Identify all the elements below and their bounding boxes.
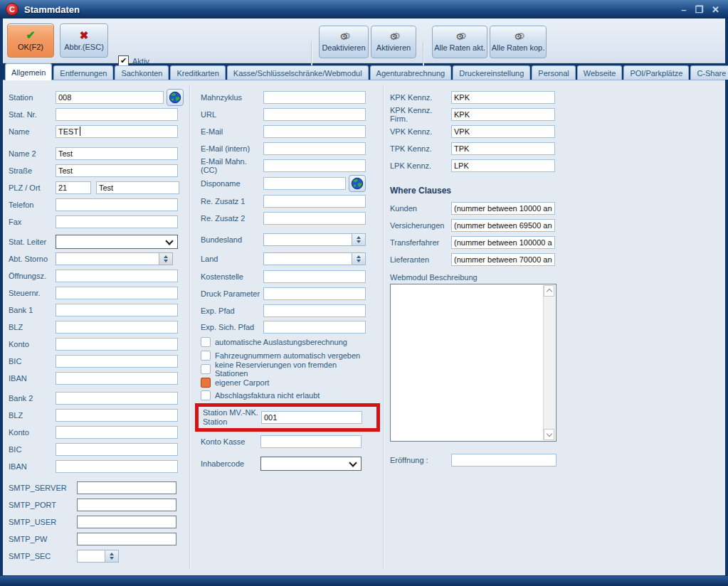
maximize-icon[interactable]: ❐ — [695, 4, 703, 15]
bundesland-input[interactable] — [263, 233, 352, 246]
iban2-input[interactable] — [56, 460, 178, 473]
kpk-firm-input[interactable] — [451, 108, 555, 121]
checkbox-reservierungen[interactable] — [201, 364, 211, 374]
strasse-input[interactable] — [56, 164, 178, 177]
station-input[interactable] — [56, 91, 164, 104]
smtp-sec-input[interactable] — [77, 550, 105, 563]
smtp-server-input[interactable] — [77, 481, 176, 494]
re-zusatz2-input[interactable] — [263, 212, 366, 225]
blz2-input[interactable] — [56, 409, 178, 422]
transferfahrer-label: Transferfahrer — [390, 238, 451, 247]
tab-c-share[interactable]: C-Share — [690, 65, 728, 80]
tab-personal[interactable]: Personal — [532, 65, 575, 80]
steuernr-input[interactable] — [56, 287, 178, 299]
tab-kreditkarten[interactable]: Kreditkarten — [170, 65, 225, 80]
kostenstelle-input[interactable] — [263, 270, 366, 283]
email-input[interactable] — [263, 125, 366, 138]
exp-pfad-input[interactable] — [263, 304, 366, 317]
tab-kasse-webmodul[interactable]: Kasse/Schlüsselschränke/Webmodul — [227, 65, 369, 80]
tab-webseite[interactable]: Webseite — [577, 65, 623, 80]
lieferanten-input[interactable] — [451, 253, 555, 266]
ok-button[interactable]: ✔ OK(F2) — [7, 23, 54, 58]
land-input[interactable] — [263, 252, 352, 265]
scrollbar[interactable] — [543, 285, 555, 440]
column-separator — [383, 85, 384, 570]
checkbox-auslastung[interactable] — [201, 337, 211, 347]
aktivieren-button[interactable]: ⚙ Aktivieren — [371, 26, 416, 58]
stat-nr-input[interactable] — [56, 108, 178, 121]
smtp-user-input[interactable] — [77, 516, 176, 528]
blz2-row: BLZ — [9, 407, 188, 424]
alle-raten-kop-button[interactable]: ⚙ Alle Raten kop. — [490, 26, 547, 58]
ort-input[interactable] — [96, 181, 179, 194]
close-icon[interactable]: ✕ — [712, 4, 719, 15]
stat-leiter-select[interactable] — [56, 235, 178, 249]
email-mahn-cc-input[interactable] — [263, 159, 366, 172]
mahnzyklus-input[interactable] — [263, 91, 366, 104]
tpk-input[interactable] — [451, 142, 555, 155]
station-mv-input[interactable] — [261, 411, 362, 424]
kpk-input[interactable] — [451, 91, 555, 104]
spinner-buttons[interactable] — [352, 252, 366, 265]
transferfahrer-input[interactable] — [451, 236, 555, 249]
scroll-up-icon[interactable] — [544, 285, 554, 297]
disponame-input[interactable] — [263, 177, 346, 190]
exp-sich-pfad-input[interactable] — [263, 321, 366, 334]
tab-druckereinstellung[interactable]: Druckereinstellung — [453, 65, 530, 80]
vpk-input[interactable] — [451, 125, 555, 138]
versicherungen-input[interactable] — [451, 219, 555, 232]
lpk-input[interactable] — [451, 159, 555, 172]
konto1-input[interactable] — [56, 338, 178, 351]
tab-entfernungen[interactable]: Entfernungen — [53, 65, 113, 80]
name-input[interactable] — [56, 125, 178, 138]
abt-storno-row: Abt. Storno — [9, 250, 188, 267]
scroll-down-icon[interactable] — [544, 429, 554, 440]
kpk-row: KPK Kennz. — [390, 89, 565, 106]
gear-icon: ⚙ — [455, 32, 464, 41]
deaktivieren-button[interactable]: ⚙ Deaktivieren — [319, 26, 369, 58]
checkbox-carport[interactable] — [201, 378, 211, 388]
email-intern-input[interactable] — [263, 142, 366, 155]
re-zusatz1-row: Re. Zusatz 1 — [201, 193, 371, 210]
spinner-buttons[interactable] — [105, 550, 119, 563]
bic1-input[interactable] — [56, 355, 178, 368]
telefon-input[interactable] — [56, 198, 178, 211]
bic2-input[interactable] — [56, 443, 178, 456]
oeffnungsz-input[interactable] — [56, 270, 178, 282]
kunden-input[interactable] — [451, 202, 555, 215]
cancel-button[interactable]: ✖ Abbr.(ESC) — [60, 23, 108, 58]
minimize-icon[interactable]: – — [681, 4, 686, 15]
smtp-server-row: SMTP_SERVER — [9, 479, 188, 496]
konto2-input[interactable] — [56, 426, 178, 439]
re-zusatz1-input[interactable] — [263, 195, 366, 208]
plz-input[interactable] — [56, 181, 91, 194]
blz1-input[interactable] — [56, 321, 178, 334]
tab-allgemein[interactable]: Allgemein — [5, 63, 52, 80]
name2-input[interactable] — [56, 147, 178, 160]
tab-poi-parkplaetze[interactable]: POI/Parkplätze — [623, 65, 689, 80]
title-bar: C Stammdaten – ❐ ✕ — [0, 0, 728, 18]
alle-raten-akt-button[interactable]: ⚙ Alle Raten akt. — [432, 26, 487, 58]
inhabercode-select[interactable] — [260, 457, 362, 471]
smtp-pw-input[interactable] — [77, 533, 176, 545]
konto-kasse-input[interactable] — [260, 435, 362, 448]
spinner-buttons[interactable] — [159, 252, 173, 265]
globe-icon[interactable] — [167, 89, 184, 106]
tab-agenturabrechnung[interactable]: Agenturabrechnung — [370, 65, 452, 80]
bank2-input[interactable] — [56, 392, 178, 405]
spinner-buttons[interactable] — [352, 233, 366, 246]
abt-storno-input[interactable] — [56, 252, 159, 265]
druck-parameter-input[interactable] — [263, 287, 366, 300]
fax-input[interactable] — [56, 215, 178, 228]
iban1-input[interactable] — [56, 372, 178, 385]
checkbox-fahrzeugnummern[interactable] — [201, 351, 211, 361]
globe-icon[interactable] — [349, 175, 366, 192]
check-icon: ✔ — [26, 30, 35, 41]
url-input[interactable] — [263, 108, 366, 121]
webmodul-textarea[interactable] — [390, 284, 556, 442]
eroeffnung-input[interactable] — [451, 454, 556, 467]
bank1-input[interactable] — [56, 304, 178, 316]
checkbox-abschlagsfaktura[interactable] — [201, 390, 211, 400]
tab-sachkonten[interactable]: Sachkonten — [115, 65, 169, 80]
smtp-port-input[interactable] — [77, 499, 176, 511]
